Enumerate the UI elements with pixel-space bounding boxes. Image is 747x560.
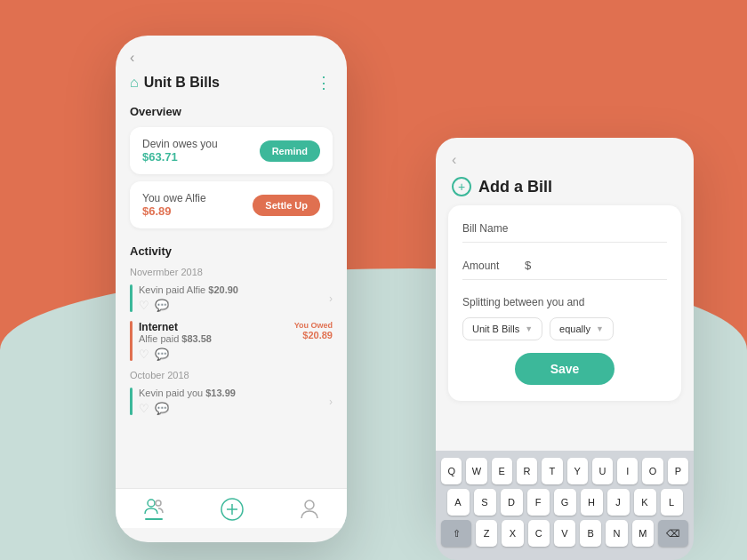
key-q[interactable]: Q <box>441 458 462 484</box>
keyboard-row-3: ⇧ Z X C V B N M ⌫ <box>441 520 688 547</box>
internet-title: Internet <box>139 321 294 333</box>
heart-icon-1[interactable]: ♡ <box>139 299 149 312</box>
chevron-right-3: › <box>329 396 333 408</box>
menu-button[interactable]: ⋮ <box>316 73 333 92</box>
chevron-right-1: › <box>329 292 333 305</box>
devin-owes-text: Devin owes you <box>142 138 218 150</box>
nav-add[interactable] <box>221 498 244 521</box>
key-l[interactable]: L <box>661 489 683 516</box>
alfie-amount: $6.89 <box>142 204 206 218</box>
key-d[interactable]: D <box>501 489 523 516</box>
comment-icon-3[interactable]: 💬 <box>155 402 169 415</box>
comment-icon-2[interactable]: 💬 <box>155 348 169 361</box>
key-g[interactable]: G <box>554 489 576 516</box>
amount-label: Amount <box>462 260 525 272</box>
key-y[interactable]: Y <box>567 458 588 484</box>
key-a[interactable]: A <box>447 489 470 516</box>
svg-point-1 <box>156 500 161 506</box>
save-button[interactable]: Save <box>515 353 615 385</box>
kevin-paid-text: Kevin paid Alfie $20.90 <box>139 284 325 295</box>
key-h[interactable]: H <box>581 489 603 516</box>
key-n[interactable]: N <box>606 520 627 547</box>
key-j[interactable]: J <box>607 489 630 516</box>
you-owed-label: You Owed <box>294 321 333 330</box>
key-v[interactable]: V <box>554 520 575 547</box>
keyboard: Q W E R T Y U I O P A S D F G H J K L ⇧ … <box>436 451 694 560</box>
key-t[interactable]: T <box>542 458 562 484</box>
svg-point-5 <box>305 500 314 509</box>
activity-label: Activity <box>130 244 333 258</box>
equally-select[interactable]: equally ▼ <box>550 317 614 340</box>
activity-section: Activity Novermber 2018 Kevin paid Alfie… <box>130 244 333 424</box>
panel-back-button[interactable]: ‹ <box>452 152 678 168</box>
key-backspace[interactable]: ⌫ <box>658 520 688 547</box>
key-c[interactable]: C <box>528 520 550 547</box>
kevin-paid-you-text: Kevin paid you $13.99 <box>139 388 325 398</box>
heart-icon-2[interactable]: ♡ <box>139 348 149 361</box>
header-title-group: ⌂ Unit B Bills <box>130 75 220 91</box>
keyboard-row-2: A S D F G H J K L <box>441 489 688 516</box>
chevron-down-icon-2: ▼ <box>596 324 604 333</box>
svg-point-0 <box>148 500 155 507</box>
key-w[interactable]: W <box>466 458 486 484</box>
key-i[interactable]: I <box>617 458 638 484</box>
bill-name-row: Bill Name <box>462 221 667 243</box>
key-m[interactable]: M <box>632 520 654 547</box>
amount-input[interactable] <box>534 259 684 272</box>
key-z[interactable]: Z <box>476 520 497 547</box>
alfie-card: You owe Alfie $6.89 Settle Up <box>130 181 333 228</box>
key-b[interactable]: B <box>580 520 601 547</box>
unit-bills-select[interactable]: Unit B Bills ▼ <box>462 317 542 340</box>
nav-group[interactable] <box>144 499 164 520</box>
panel-title: Add a Bill <box>478 178 552 196</box>
bottom-nav <box>116 488 347 528</box>
key-e[interactable]: E <box>492 458 512 484</box>
key-r[interactable]: R <box>517 458 537 484</box>
red-border <box>130 321 133 361</box>
activity-item-3[interactable]: Kevin paid you $13.99 ♡ 💬 › <box>130 388 333 415</box>
comment-icon-1[interactable]: 💬 <box>155 299 169 312</box>
back-button[interactable]: ‹ <box>130 50 333 66</box>
green-border-3 <box>130 388 133 415</box>
home-icon: ⌂ <box>130 75 139 91</box>
amount-row: Amount $ <box>462 259 667 280</box>
left-phone: ‹ ⌂ Unit B Bills ⋮ Overview Devin owes y… <box>116 36 347 542</box>
activity-item-2[interactable]: Internet Alfie paid $83.58 ♡ 💬 You Owed … <box>130 321 333 361</box>
bill-name-label: Bill Name <box>462 222 525 235</box>
activity-icons-1: ♡ 💬 <box>139 299 325 312</box>
devin-card-content: Devin owes you $63.71 <box>142 138 218 164</box>
activity-icons-3: ♡ 💬 <box>139 402 325 415</box>
splitting-label: Splitting between you and <box>462 296 667 308</box>
key-s[interactable]: S <box>474 489 496 516</box>
you-owed-block: You Owed $20.89 <box>294 321 333 340</box>
nav-profile[interactable] <box>301 500 318 519</box>
activity-icons-2: ♡ 💬 <box>139 348 294 361</box>
you-owed-amount: $20.89 <box>294 330 333 340</box>
key-o[interactable]: O <box>642 458 663 484</box>
screen-header: ⌂ Unit B Bills ⋮ <box>130 73 333 92</box>
month1-label: Novermber 2018 <box>130 267 333 277</box>
key-p[interactable]: P <box>668 458 688 484</box>
key-f[interactable]: F <box>527 489 550 516</box>
key-shift[interactable]: ⇧ <box>441 520 471 547</box>
remind-button[interactable]: Remind <box>260 140 320 162</box>
unit-bills-label: Unit B Bills <box>472 324 519 334</box>
key-k[interactable]: K <box>634 489 656 516</box>
you-owe-text: You owe Alfie <box>142 192 206 204</box>
chevron-down-icon-1: ▼ <box>525 324 533 333</box>
page-title: Unit B Bills <box>144 75 220 91</box>
internet-subtitle: Alfie paid $83.58 <box>139 333 294 344</box>
heart-icon-3[interactable]: ♡ <box>139 402 149 415</box>
green-border <box>130 284 133 312</box>
key-x[interactable]: X <box>502 520 523 547</box>
add-circle-icon[interactable]: + <box>452 177 471 196</box>
bill-name-input[interactable] <box>525 221 674 235</box>
activity-item-3-content: Kevin paid you $13.99 ♡ 💬 <box>139 388 325 415</box>
panel-header: ‹ + Add a Bill <box>436 138 694 205</box>
settle-up-button[interactable]: Settle Up <box>253 195 320 216</box>
month3-label: October 2018 <box>130 370 333 380</box>
key-u[interactable]: U <box>592 458 613 484</box>
activity-item-1[interactable]: Kevin paid Alfie $20.90 ♡ 💬 › <box>130 284 333 312</box>
panel-title-row: + Add a Bill <box>452 177 678 196</box>
nav-indicator <box>145 518 163 520</box>
